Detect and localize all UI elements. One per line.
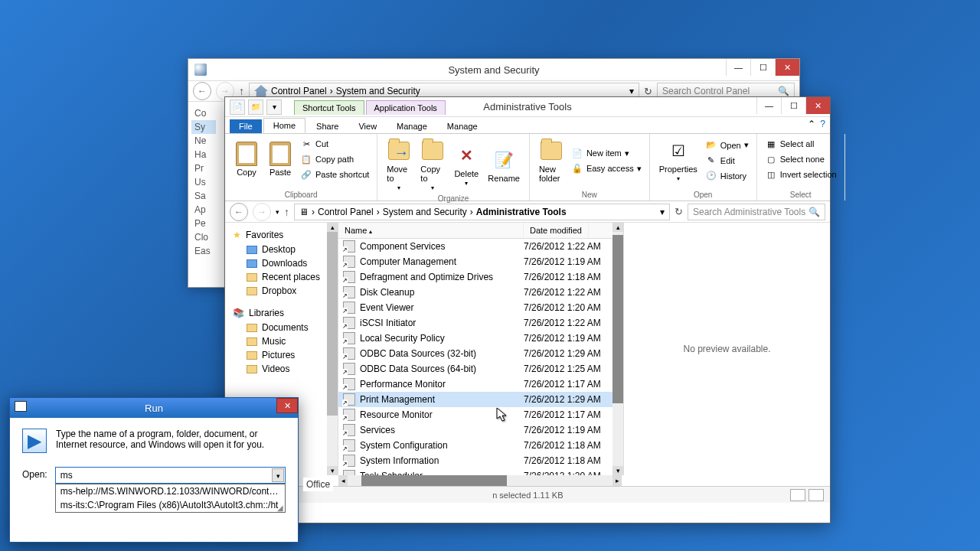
breadcrumb-item[interactable]: Control Panel bbox=[271, 86, 327, 96]
qat-customize-button[interactable]: ▾ bbox=[266, 99, 282, 115]
nav-item-music[interactable]: Music bbox=[228, 334, 335, 348]
scroll-vertical[interactable]: ▴ ▾ bbox=[612, 223, 623, 475]
side-item[interactable]: Us bbox=[191, 175, 216, 189]
nav-up-button[interactable]: ↑ bbox=[284, 206, 289, 218]
nav-item-documents[interactable]: Documents bbox=[228, 321, 335, 334]
side-item[interactable]: Eas bbox=[191, 244, 216, 258]
copy-to-button[interactable]: Copy to▾ bbox=[417, 137, 448, 193]
file-row[interactable]: Computer Management7/26/2012 1:19 AM bbox=[338, 254, 612, 269]
nav-back-button[interactable]: ← bbox=[230, 203, 248, 221]
scroll-horizontal[interactable]: ◂ ▸ bbox=[338, 475, 622, 486]
file-row[interactable]: Disk Cleanup7/26/2012 1:22 AM bbox=[338, 285, 612, 300]
minimize-button[interactable]: — bbox=[756, 97, 781, 114]
open-input[interactable] bbox=[55, 467, 286, 484]
close-button[interactable]: ✕ bbox=[775, 59, 799, 76]
file-row[interactable]: iSCSI Initiator7/26/2012 1:22 AM bbox=[338, 315, 612, 331]
nav-item-dropbox[interactable]: Dropbox bbox=[228, 284, 335, 298]
breadcrumb-item[interactable]: Administrative Tools bbox=[476, 207, 567, 217]
nav-forward-button[interactable]: → bbox=[253, 203, 271, 221]
maximize-button[interactable]: ☐ bbox=[750, 59, 775, 76]
file-row[interactable]: Event Viewer7/26/2012 1:20 AM bbox=[338, 300, 612, 315]
close-button[interactable]: ✕ bbox=[805, 97, 830, 114]
qat-new-folder-button[interactable]: 📁 bbox=[248, 99, 263, 115]
nav-history-button[interactable]: ▾ bbox=[276, 208, 279, 216]
scroll-thumb[interactable] bbox=[327, 232, 338, 416]
refresh-button[interactable]: ↻ bbox=[644, 86, 652, 97]
side-item[interactable]: Ap bbox=[191, 203, 216, 217]
side-item[interactable]: Pr bbox=[191, 161, 216, 175]
nav-item-desktop[interactable]: Desktop bbox=[228, 243, 335, 256]
file-row[interactable]: Local Security Policy7/26/2012 1:19 AM bbox=[338, 331, 612, 346]
new-item-button[interactable]: 📄New item ▾ bbox=[570, 146, 643, 160]
dropdown-item[interactable]: ms-help://MS.WINWORD.12.1033/WINWORD/con… bbox=[56, 484, 285, 498]
window-titlebar[interactable]: 📄 📁 ▾ Shortcut Tools Application Tools A… bbox=[225, 97, 830, 117]
tab-share[interactable]: Share bbox=[307, 119, 348, 133]
properties-button[interactable]: ☑Properties▾ bbox=[656, 137, 701, 184]
resize-grip[interactable]: ◢ bbox=[277, 504, 283, 512]
minimize-button[interactable]: — bbox=[726, 59, 750, 76]
rename-button[interactable]: 📝Rename bbox=[485, 146, 523, 184]
edit-button[interactable]: ✎Edit bbox=[704, 154, 750, 168]
file-row[interactable]: ODBC Data Sources (64-bit)7/26/2012 1:25… bbox=[338, 361, 612, 377]
scroll-thumb[interactable] bbox=[612, 235, 623, 403]
file-row[interactable]: Component Services7/26/2012 1:22 AM bbox=[338, 239, 612, 254]
file-row[interactable]: Resource Monitor7/26/2012 1:17 AM bbox=[338, 407, 612, 422]
search-input[interactable]: Search Administrative Tools 🔍 bbox=[688, 204, 825, 220]
side-item[interactable]: Clo bbox=[191, 230, 216, 244]
breadcrumb-item[interactable]: Control Panel bbox=[318, 207, 374, 217]
tab-manage-shortcut[interactable]: Manage bbox=[387, 119, 436, 133]
move-to-button[interactable]: →Move to▾ bbox=[384, 137, 414, 193]
nav-item-videos[interactable]: Videos bbox=[228, 362, 335, 376]
file-row[interactable]: Services7/26/2012 1:19 AM bbox=[338, 422, 612, 438]
select-all-button[interactable]: ▦Select all bbox=[763, 137, 838, 151]
dropdown-button[interactable]: ▾ bbox=[272, 468, 284, 482]
file-row[interactable]: Defragment and Optimize Drives7/26/2012 … bbox=[338, 269, 612, 285]
window-titlebar[interactable]: System and Security — ☐ ✕ bbox=[188, 59, 799, 80]
tab-view[interactable]: View bbox=[349, 119, 386, 133]
open-button[interactable]: 📂Open ▾ bbox=[704, 139, 750, 152]
tab-file[interactable]: File bbox=[230, 119, 262, 133]
file-row[interactable]: Print Management7/26/2012 1:29 AM bbox=[338, 392, 612, 407]
qat-properties-button[interactable]: 📄 bbox=[230, 99, 245, 115]
invert-selection-button[interactable]: ◫Invert selection bbox=[763, 168, 838, 181]
help-button[interactable]: ? bbox=[820, 119, 825, 129]
side-item[interactable]: Co bbox=[191, 106, 216, 120]
nav-back-button[interactable]: ← bbox=[193, 82, 211, 100]
ribbon-collapse-button[interactable]: ⌃ bbox=[808, 119, 815, 129]
paste-button[interactable]: Paste bbox=[265, 140, 296, 178]
maximize-button[interactable]: ☐ bbox=[781, 97, 805, 114]
file-row[interactable]: ODBC Data Sources (32-bit)7/26/2012 1:29… bbox=[338, 346, 612, 361]
nav-item-downloads[interactable]: Downloads bbox=[228, 256, 335, 270]
side-item[interactable]: Sa bbox=[191, 189, 216, 203]
breadcrumb[interactable]: 🖥 › Control Panel› System and Security› … bbox=[294, 204, 670, 220]
icons-view-button[interactable] bbox=[808, 489, 824, 501]
tab-manage-app[interactable]: Manage bbox=[438, 119, 487, 133]
nav-favorites-group[interactable]: ★Favorites bbox=[228, 227, 335, 243]
scroll-vertical[interactable]: ▴ ▾ bbox=[327, 223, 338, 475]
cut-button[interactable]: ✂Cut bbox=[299, 137, 371, 151]
copy-button[interactable]: Copy bbox=[231, 140, 262, 178]
side-item[interactable]: Sy bbox=[191, 120, 216, 134]
side-item[interactable]: Ne bbox=[191, 134, 216, 148]
breadcrumb-item[interactable]: System and Security bbox=[383, 207, 467, 217]
breadcrumb-item[interactable]: System and Security bbox=[336, 86, 420, 96]
select-none-button[interactable]: ▢Select none bbox=[763, 152, 838, 166]
new-folder-button[interactable]: New folder bbox=[536, 137, 567, 184]
column-name[interactable]: Name ▴ bbox=[338, 223, 524, 238]
dropdown-item[interactable]: ms-its:C:\Program Files (x86)\AutoIt3\Au… bbox=[56, 498, 285, 512]
column-date[interactable]: Date modified bbox=[524, 223, 589, 238]
file-row[interactable]: System Configuration7/26/2012 1:18 AM bbox=[338, 438, 612, 453]
details-view-button[interactable] bbox=[790, 489, 805, 501]
paste-shortcut-button[interactable]: 🔗Paste shortcut bbox=[299, 168, 371, 181]
titlebar[interactable]: Run ✕ bbox=[10, 398, 298, 418]
scroll-thumb[interactable] bbox=[361, 475, 507, 486]
nav-item-recent-places[interactable]: Recent places bbox=[228, 270, 335, 284]
file-row[interactable]: Performance Monitor7/26/2012 1:17 AM bbox=[338, 377, 612, 392]
nav-libraries-group[interactable]: 📚Libraries bbox=[228, 305, 335, 321]
copy-path-button[interactable]: 📋Copy path bbox=[299, 152, 371, 166]
refresh-button[interactable]: ↻ bbox=[675, 206, 683, 217]
tab-home[interactable]: Home bbox=[263, 118, 305, 133]
history-button[interactable]: 🕑History bbox=[704, 169, 750, 183]
file-row[interactable]: System Information7/26/2012 1:18 AM bbox=[338, 453, 612, 468]
easy-access-button[interactable]: 🔓Easy access ▾ bbox=[570, 161, 643, 175]
